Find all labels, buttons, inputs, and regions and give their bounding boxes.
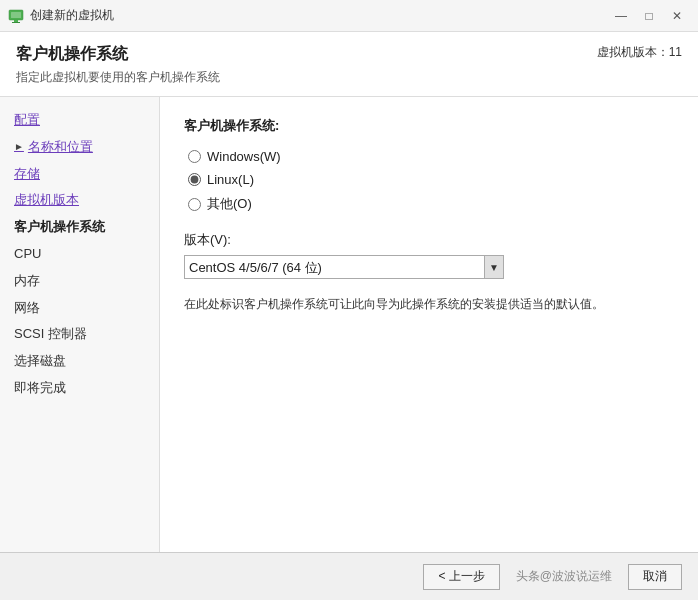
vm-version-label: 虚拟机版本：11 xyxy=(597,44,682,61)
version-select-wrapper[interactable]: CentOS 4/5/6/7 (64 位) CentOS 4/5/6/7 Ubu… xyxy=(184,255,504,279)
sidebar-label-disk: 选择磁盘 xyxy=(14,351,66,372)
watermark: 头条@波波说运维 xyxy=(508,568,620,585)
radio-windows-label[interactable]: Windows(W) xyxy=(207,149,281,164)
sidebar-item-config[interactable]: 配置 xyxy=(0,107,159,134)
sidebar-item-storage[interactable]: 存储 xyxy=(0,161,159,188)
close-button[interactable]: ✕ xyxy=(664,6,690,26)
radio-windows[interactable]: Windows(W) xyxy=(188,149,674,164)
page-subtitle: 指定此虚拟机要使用的客户机操作系统 xyxy=(16,69,220,86)
page-title: 客户机操作系统 xyxy=(16,44,220,65)
title-bar-controls: — □ ✕ xyxy=(608,6,690,26)
sidebar-label-name-location: 名称和位置 xyxy=(28,137,93,158)
version-section: 版本(V): CentOS 4/5/6/7 (64 位) CentOS 4/5/… xyxy=(184,231,674,279)
maximize-button[interactable]: □ xyxy=(636,6,662,26)
radio-other-input[interactable] xyxy=(188,198,201,211)
svg-rect-3 xyxy=(12,22,20,23)
sidebar-item-disk: 选择磁盘 xyxy=(0,348,159,375)
main-panel: 客户机操作系统: Windows(W) Linux(L) 其他(O) 版本(V)… xyxy=(160,97,698,552)
sidebar-item-name-location[interactable]: ► 名称和位置 xyxy=(0,134,159,161)
sidebar-item-memory: 内存 xyxy=(0,268,159,295)
expand-icon: ► xyxy=(14,139,24,155)
radio-other-label[interactable]: 其他(O) xyxy=(207,195,252,213)
os-radio-group: Windows(W) Linux(L) 其他(O) xyxy=(188,149,674,213)
svg-rect-1 xyxy=(11,12,21,18)
radio-other[interactable]: 其他(O) xyxy=(188,195,674,213)
sidebar-item-cpu: CPU xyxy=(0,241,159,268)
info-text: 在此处标识客户机操作系统可让此向导为此操作系统的安装提供适当的默认值。 xyxy=(184,295,604,313)
version-label: 版本(V): xyxy=(184,231,674,249)
version-select[interactable]: CentOS 4/5/6/7 (64 位) CentOS 4/5/6/7 Ubu… xyxy=(184,255,504,279)
title-bar: 创建新的虚拟机 — □ ✕ xyxy=(0,0,698,32)
sidebar-item-scsi: SCSI 控制器 xyxy=(0,321,159,348)
os-section-title: 客户机操作系统: xyxy=(184,117,674,135)
sidebar-label-finish: 即将完成 xyxy=(14,378,66,399)
sidebar-label-storage: 存储 xyxy=(14,164,40,185)
sidebar-item-vm-version[interactable]: 虚拟机版本 xyxy=(0,187,159,214)
back-button[interactable]: < 上一步 xyxy=(423,564,499,590)
header: 客户机操作系统 指定此虚拟机要使用的客户机操作系统 虚拟机版本：11 xyxy=(0,32,698,97)
vm-icon xyxy=(8,8,24,24)
minimize-button[interactable]: — xyxy=(608,6,634,26)
footer: < 上一步 头条@波波说运维 取消 xyxy=(0,552,698,600)
svg-rect-2 xyxy=(14,20,18,22)
sidebar-label-config: 配置 xyxy=(14,110,40,131)
cancel-button[interactable]: 取消 xyxy=(628,564,682,590)
sidebar-label-vm-version: 虚拟机版本 xyxy=(14,190,79,211)
sidebar-label-guest-os: 客户机操作系统 xyxy=(14,217,105,238)
sidebar-item-guest-os: 客户机操作系统 xyxy=(0,214,159,241)
sidebar-item-finish: 即将完成 xyxy=(0,375,159,402)
radio-windows-input[interactable] xyxy=(188,150,201,163)
title-bar-title: 创建新的虚拟机 xyxy=(30,7,114,24)
sidebar-label-cpu: CPU xyxy=(14,244,41,265)
sidebar: 配置 ► 名称和位置 存储 虚拟机版本 客户机操作系统 CPU 内存 网络 SC… xyxy=(0,97,160,552)
radio-linux-label[interactable]: Linux(L) xyxy=(207,172,254,187)
sidebar-item-network: 网络 xyxy=(0,295,159,322)
header-left: 客户机操作系统 指定此虚拟机要使用的客户机操作系统 xyxy=(16,44,220,86)
radio-linux-input[interactable] xyxy=(188,173,201,186)
sidebar-label-scsi: SCSI 控制器 xyxy=(14,324,87,345)
title-bar-left: 创建新的虚拟机 xyxy=(8,7,114,24)
radio-linux[interactable]: Linux(L) xyxy=(188,172,674,187)
sidebar-label-memory: 内存 xyxy=(14,271,40,292)
sidebar-label-network: 网络 xyxy=(14,298,40,319)
content-area: 配置 ► 名称和位置 存储 虚拟机版本 客户机操作系统 CPU 内存 网络 SC… xyxy=(0,97,698,552)
